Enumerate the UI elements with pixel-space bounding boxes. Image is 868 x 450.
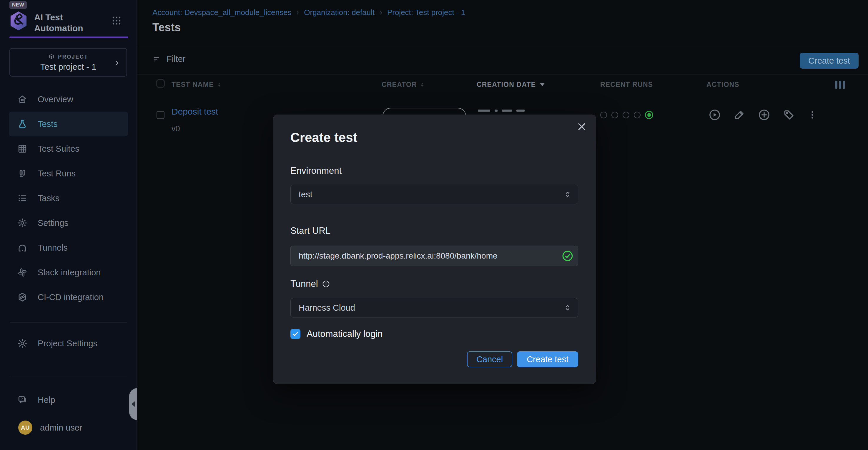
sidebar-item-label: Tests xyxy=(38,119,58,129)
sidebar-item-test-suites[interactable]: Test Suites xyxy=(9,136,128,161)
app-title-line1: AI Test xyxy=(34,12,83,23)
kebab-menu-icon[interactable] xyxy=(807,108,818,121)
close-icon[interactable] xyxy=(577,121,587,132)
sidebar-item-label: Project Settings xyxy=(38,339,97,348)
tunnel-label: Tunnel xyxy=(290,279,318,289)
modal-actions: Cancel Create test xyxy=(467,351,578,367)
run-status-empty-icon[interactable] xyxy=(600,112,607,118)
project-eyebrow-label: PROJECT xyxy=(58,54,88,60)
sidebar-item-tasks[interactable]: Tasks xyxy=(9,186,128,210)
check-icon xyxy=(292,331,299,337)
filter-icon xyxy=(152,55,161,64)
sidebar-item-label: Slack integration xyxy=(38,268,101,277)
sidebar-item-test-runs[interactable]: Test Runs xyxy=(9,161,128,186)
column-header-label: TEST NAME xyxy=(172,81,214,89)
help-chat-icon: ? xyxy=(17,395,28,405)
edit-pencil-icon[interactable] xyxy=(733,108,746,121)
valid-check-icon xyxy=(562,250,574,262)
test-version: v0 xyxy=(172,124,180,133)
tunnel-label-row: Tunnel xyxy=(290,279,330,289)
environment-select[interactable]: test xyxy=(290,185,578,204)
sidebar: NEW AI Test Automation xyxy=(0,0,137,450)
sidebar-collapse-handle[interactable] xyxy=(129,388,137,420)
avatar: AU xyxy=(18,421,32,435)
start-url-input[interactable] xyxy=(290,246,578,266)
run-play-icon[interactable] xyxy=(708,108,721,121)
auto-login-label: Automatically login xyxy=(307,329,382,339)
auto-login-row[interactable]: Automatically login xyxy=(290,329,382,339)
breadcrumb-account-link[interactable]: Account: Devspace_all_module_licenses xyxy=(152,8,291,17)
user-menu[interactable]: AU admin user xyxy=(18,421,82,435)
tag-icon[interactable] xyxy=(782,108,795,121)
app-window: NEW AI Test Automation xyxy=(0,0,868,450)
sidebar-item-label: Help xyxy=(38,395,55,405)
sidebar-item-cicd-integration[interactable]: CI-CD integration xyxy=(9,285,128,310)
svg-text:?: ? xyxy=(21,397,23,401)
sidebar-item-label: Overview xyxy=(38,94,73,104)
sidebar-nav: Overview Tests Test Suites Test Runs xyxy=(9,87,128,310)
tunnel-select[interactable]: Harness Cloud xyxy=(290,298,578,317)
start-url-label: Start URL xyxy=(290,226,331,236)
sidebar-item-label: Tunnels xyxy=(38,243,68,253)
sort-icon xyxy=(216,81,222,89)
filter-button[interactable]: Filter xyxy=(152,54,185,64)
divider xyxy=(137,74,868,75)
info-icon[interactable] xyxy=(322,280,330,288)
gear-icon xyxy=(17,338,28,349)
select-all-checkbox[interactable] xyxy=(157,80,164,87)
grid-icon xyxy=(17,143,28,154)
sidebar-item-tunnels[interactable]: Tunnels xyxy=(9,235,128,260)
sidebar-item-settings[interactable]: Settings xyxy=(9,210,128,235)
sidebar-item-tests[interactable]: Tests xyxy=(9,112,128,136)
recent-runs-cell xyxy=(600,111,653,119)
add-plus-icon[interactable] xyxy=(758,108,771,121)
column-header-test-name[interactable]: TEST NAME xyxy=(172,81,222,89)
breadcrumb-project-link[interactable]: Project: Test project - 1 xyxy=(387,8,465,17)
modal-title: Create test xyxy=(290,130,357,145)
row-actions xyxy=(708,108,818,121)
app-title: AI Test Automation xyxy=(34,12,83,34)
run-status-passed-icon[interactable] xyxy=(645,111,653,119)
app-switcher-grid-icon[interactable] xyxy=(111,15,122,26)
run-status-empty-icon[interactable] xyxy=(623,112,629,118)
columns-run-icon xyxy=(17,168,28,179)
cube-icon xyxy=(48,54,55,60)
slack-icon xyxy=(17,267,28,278)
column-header-creation-date[interactable]: CREATION DATE xyxy=(477,81,545,89)
sidebar-item-label: Test Runs xyxy=(38,169,75,178)
project-selector[interactable]: PROJECT Test project - 1 xyxy=(9,48,127,77)
run-status-empty-icon[interactable] xyxy=(612,112,618,118)
breadcrumb-organization-link[interactable]: Organization: default xyxy=(304,8,375,17)
gear-icon xyxy=(17,218,28,228)
create-test-button-toolbar[interactable]: Create test xyxy=(800,53,859,68)
sidebar-item-label: Settings xyxy=(38,218,68,228)
new-badge: NEW xyxy=(9,1,27,9)
select-chevrons-icon xyxy=(563,303,572,313)
collapse-left-icon xyxy=(131,401,135,407)
row-checkbox[interactable] xyxy=(157,111,164,119)
sidebar-item-label: Test Suites xyxy=(38,144,80,154)
auto-login-checkbox[interactable] xyxy=(290,329,301,339)
filter-label: Filter xyxy=(166,54,185,64)
cancel-button[interactable]: Cancel xyxy=(467,351,512,367)
sidebar-item-label: CI-CD integration xyxy=(38,292,103,302)
create-test-submit-button[interactable]: Create test xyxy=(517,351,578,367)
select-chevrons-icon xyxy=(563,189,572,199)
tunnel-value: Harness Cloud xyxy=(299,303,355,313)
sidebar-item-project-settings[interactable]: Project Settings xyxy=(9,331,128,356)
sort-desc-icon xyxy=(540,83,545,86)
app-title-line2: Automation xyxy=(34,23,83,34)
breadcrumb-separator: › xyxy=(379,8,382,17)
run-status-empty-icon[interactable] xyxy=(634,112,641,118)
column-settings-icon[interactable] xyxy=(835,81,845,89)
test-name-link[interactable]: Deposit test xyxy=(172,107,218,117)
column-header-label: ACTIONS xyxy=(707,81,739,89)
project-name: Test project - 1 xyxy=(10,62,126,72)
sidebar-item-slack-integration[interactable]: Slack integration xyxy=(9,260,128,285)
app-logo-icon xyxy=(9,11,28,31)
column-header-creator[interactable]: CREATOR xyxy=(382,81,425,89)
column-header-recent-runs: RECENT RUNS xyxy=(600,81,653,89)
list-icon xyxy=(17,193,28,203)
sidebar-item-help[interactable]: ? Help xyxy=(9,388,128,412)
sidebar-item-overview[interactable]: Overview xyxy=(9,87,128,112)
